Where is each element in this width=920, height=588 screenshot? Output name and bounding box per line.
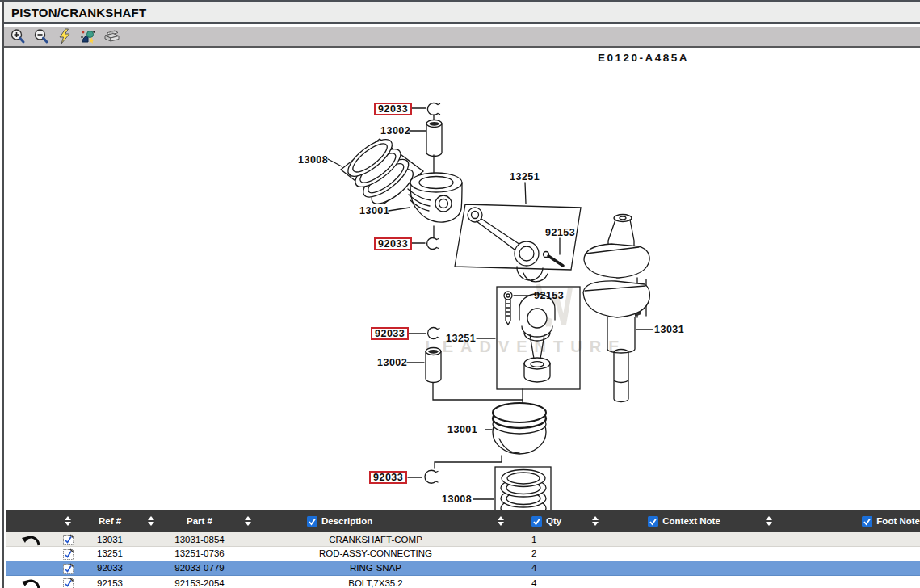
- table-row-92033-selected[interactable]: 92033 92033-0779 RING-SNAP 4: [6, 561, 920, 576]
- part-label-92033-2[interactable]: 92033: [374, 237, 412, 250]
- cell-description: RING-SNAP: [260, 561, 491, 575]
- sort-toggle-part[interactable]: [236, 516, 260, 526]
- checked-doc-icon: [62, 533, 74, 546]
- view-image-button[interactable]: [79, 27, 97, 45]
- hotspot-link-cell[interactable]: [6, 576, 55, 588]
- print-button[interactable]: [103, 27, 120, 45]
- part-label-13251-1[interactable]: 13251: [510, 171, 540, 183]
- exploded-view-drawing[interactable]: [4, 49, 920, 510]
- cell-description: CRANKSHAFT-COMP: [260, 533, 491, 547]
- header-description[interactable]: Description: [260, 516, 491, 527]
- part-label-92153-2[interactable]: 92153: [534, 290, 564, 301]
- part-label-13002-1[interactable]: 13002: [380, 125, 410, 136]
- row-select-cell[interactable]: [55, 577, 81, 588]
- header-foot-note[interactable]: Foot Note: [785, 516, 920, 527]
- part-label-13008-2[interactable]: 13008: [442, 494, 472, 505]
- part-label-13031[interactable]: 13031: [654, 324, 684, 335]
- refresh-hotspots-button[interactable]: [56, 27, 74, 45]
- header-part[interactable]: Part #: [163, 516, 236, 526]
- page-title: PISTON/CRANKSHAFT: [11, 6, 146, 19]
- row-select-cell[interactable]: [55, 533, 81, 546]
- cell-part: 13031-0854: [163, 533, 236, 547]
- hotspot-link-cell[interactable]: [6, 532, 55, 547]
- cell-ref: 92033: [81, 561, 139, 575]
- cell-description: BOLT,7X35.2: [260, 577, 491, 588]
- parts-catalog-window: PISTON/CRANKSHAFT: [0, 0, 920, 588]
- cell-qty: 2: [510, 547, 575, 561]
- foot-note-checkbox-checked-icon[interactable]: [862, 516, 872, 527]
- table-row-92153[interactable]: 92153 92153-2054 BOLT,7X35.2 4: [6, 576, 920, 588]
- cell-qty: 1: [510, 533, 575, 547]
- parts-diagram-panel: LEADVENTURE: [4, 49, 920, 510]
- sort-toggle-description[interactable]: [491, 516, 510, 526]
- sort-toggle-ref[interactable]: [139, 516, 163, 526]
- checked-doc-icon: [62, 577, 74, 588]
- sort-toggle-context-note[interactable]: [753, 516, 785, 526]
- header-context-note[interactable]: Context Note: [615, 516, 753, 527]
- sort-toggle-select[interactable]: [55, 516, 81, 526]
- cell-qty: 4: [510, 561, 575, 575]
- cell-part: 92153-2054: [163, 577, 236, 588]
- zoom-in-icon: [10, 28, 26, 44]
- part-label-13251-2[interactable]: 13251: [446, 333, 476, 344]
- part-label-13008-1[interactable]: 13008: [298, 154, 328, 166]
- table-row-13031[interactable]: 13031 13031-0854 CRANKSHAFT-COMP 1: [6, 532, 920, 547]
- part-label-92153-1[interactable]: 92153: [545, 227, 575, 238]
- cell-ref: 13031: [81, 533, 139, 547]
- header-ref[interactable]: Ref #: [81, 516, 139, 526]
- curved-arrow-icon: [20, 576, 41, 588]
- title-bar: PISTON/CRANKSHAFT: [4, 2, 920, 24]
- cell-qty: 4: [510, 577, 575, 588]
- window-left-border: [2, 0, 4, 588]
- diagram-toolbar: [4, 27, 920, 48]
- part-label-92033-3[interactable]: 92033: [371, 327, 409, 340]
- curved-arrow-icon: [20, 532, 41, 547]
- checked-doc-icon: [62, 562, 74, 575]
- drawing-code: E0120-A485A: [598, 52, 689, 64]
- cell-ref: 13251: [81, 547, 139, 561]
- parts-table: Ref # Part # Description Qty Context Not…: [6, 510, 920, 588]
- part-label-92033-1[interactable]: 92033: [374, 103, 412, 116]
- cell-part: 92033-0779: [163, 561, 236, 575]
- hotspot-image-icon: [80, 29, 96, 44]
- zoom-in-button[interactable]: [9, 27, 27, 45]
- lightning-icon: [58, 28, 71, 44]
- header-qty[interactable]: Qty: [510, 516, 575, 527]
- part-label-13002-2[interactable]: 13002: [377, 357, 407, 368]
- zoom-out-icon: [33, 28, 49, 44]
- cell-description: ROD-ASSY-CONNECTING: [260, 547, 491, 561]
- sort-toggle-qty[interactable]: [575, 516, 615, 526]
- checked-doc-icon: [62, 548, 74, 561]
- qty-checkbox-checked-icon[interactable]: [531, 516, 542, 527]
- zoom-out-button[interactable]: [32, 27, 50, 45]
- part-label-13001-2[interactable]: 13001: [447, 424, 477, 435]
- row-select-cell[interactable]: [55, 548, 81, 561]
- table-row-13251[interactable]: 13251 13251-0736 ROD-ASSY-CONNECTING 2: [6, 547, 920, 561]
- table-header-row: Ref # Part # Description Qty Context Not…: [6, 510, 920, 532]
- cell-part: 13251-0736: [163, 547, 236, 561]
- context-note-checkbox-checked-icon[interactable]: [648, 516, 658, 527]
- cell-ref: 92153: [81, 577, 139, 588]
- description-checkbox-checked-icon[interactable]: [307, 516, 317, 527]
- printer-icon: [103, 29, 120, 44]
- part-label-13001-1[interactable]: 13001: [359, 205, 389, 216]
- part-label-92033-4[interactable]: 92033: [369, 471, 407, 484]
- row-select-cell[interactable]: [55, 562, 81, 575]
